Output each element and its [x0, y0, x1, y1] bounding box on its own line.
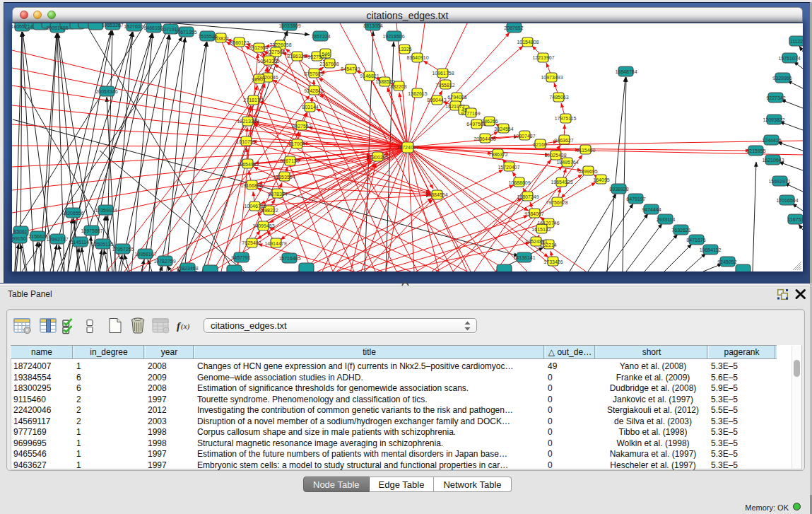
svg-text:9327508: 9327508 — [266, 49, 285, 54]
svg-text:252214: 252214 — [540, 243, 556, 247]
svg-text:14136141: 14136141 — [513, 255, 535, 260]
svg-text:(x): (x) — [181, 322, 190, 331]
svg-text:17016504: 17016504 — [776, 198, 798, 203]
svg-text:10653267: 10653267 — [101, 23, 123, 28]
svg-text:6899695: 6899695 — [578, 169, 597, 174]
svg-text:13975887: 13975887 — [81, 228, 102, 233]
svg-text:7625402: 7625402 — [242, 240, 261, 245]
svg-text:8186328: 8186328 — [287, 54, 306, 59]
svg-text:2156629: 2156629 — [28, 234, 47, 239]
svg-text:8454749: 8454749 — [341, 66, 360, 71]
svg-text:116753: 116753 — [788, 217, 803, 222]
svg-text:1010755: 1010755 — [236, 139, 255, 144]
svg-text:7857224: 7857224 — [311, 34, 330, 39]
svg-text:15353594: 15353594 — [273, 175, 295, 180]
svg-text:19654982: 19654982 — [237, 162, 259, 167]
svg-text:8878334: 8878334 — [268, 192, 287, 197]
svg-text:7632621: 7632621 — [671, 228, 690, 233]
svg-text:15716485: 15716485 — [278, 256, 300, 261]
svg-text:3498222: 3498222 — [259, 208, 278, 213]
svg-text:85061: 85061 — [13, 229, 28, 234]
svg-text:803144: 803144 — [302, 105, 318, 110]
svg-text:746266: 746266 — [481, 119, 498, 124]
svg-text:20053346: 20053346 — [95, 89, 117, 94]
svg-text:10961758: 10961758 — [432, 71, 454, 76]
svg-text:99150: 99150 — [12, 236, 26, 241]
svg-text:2087652: 2087652 — [504, 25, 523, 30]
svg-text:83640910: 83640910 — [406, 55, 428, 60]
svg-text:20091406: 20091406 — [46, 25, 68, 30]
svg-text:9384067: 9384067 — [524, 211, 543, 216]
svg-text:62160: 62160 — [533, 142, 547, 147]
svg-text:12942737: 12942737 — [46, 237, 68, 242]
svg-text:18807249: 18807249 — [517, 194, 539, 199]
svg-text:8990443: 8990443 — [427, 98, 446, 103]
svg-text:98901: 98901 — [252, 77, 266, 82]
svg-text:8660123: 8660123 — [230, 40, 249, 45]
svg-text:19654923: 19654923 — [551, 180, 572, 185]
svg-text:9463627: 9463627 — [554, 138, 573, 143]
svg-text:1362615: 1362615 — [408, 91, 427, 96]
svg-text:10807487: 10807487 — [513, 134, 535, 139]
svg-text:8938928: 8938928 — [609, 187, 628, 192]
svg-text:1588520: 1588520 — [375, 79, 394, 84]
svg-text:546: 546 — [322, 52, 330, 57]
svg-text:18495764: 18495764 — [556, 160, 578, 165]
svg-text:16120746: 16120746 — [537, 221, 559, 226]
svg-text:9329966: 9329966 — [772, 76, 792, 81]
svg-text:10973493: 10973493 — [541, 75, 563, 80]
svg-text:9146821: 9146821 — [360, 74, 379, 78]
svg-text:12823468: 12823468 — [176, 266, 198, 271]
svg-text:6794028: 6794028 — [447, 95, 466, 100]
svg-text:13325: 13325 — [398, 47, 412, 52]
svg-text:10958107: 10958107 — [134, 252, 156, 257]
svg-text:9115460: 9115460 — [577, 148, 596, 153]
svg-text:9242848: 9242848 — [304, 88, 323, 93]
svg-text:12505135: 12505135 — [91, 242, 113, 247]
svg-text:763822: 763822 — [212, 36, 228, 41]
svg-text:17975115: 17975115 — [555, 116, 577, 121]
svg-text:1615132: 1615132 — [531, 227, 551, 232]
svg-text:18724007: 18724007 — [396, 145, 418, 150]
svg-text:19166825: 19166825 — [240, 183, 262, 188]
svg-text:10025438: 10025438 — [544, 153, 566, 158]
svg-text:11122: 11122 — [790, 39, 803, 44]
svg-text:20206556: 20206556 — [61, 211, 83, 216]
svg-text:17359924: 17359924 — [95, 208, 117, 213]
svg-text:19384554: 19384554 — [425, 192, 447, 197]
svg-text:2718170: 2718170 — [243, 98, 262, 103]
svg-text:12093822: 12093822 — [763, 117, 784, 122]
svg-text:9777169: 9777169 — [461, 111, 480, 116]
svg-text:3215955: 3215955 — [746, 148, 765, 153]
svg-text:14099483: 14099483 — [252, 223, 274, 228]
svg-text:6479197: 6479197 — [626, 197, 645, 201]
svg-text:8813054: 8813054 — [363, 23, 382, 28]
svg-text:7986372: 7986372 — [488, 152, 507, 157]
svg-text:2367608: 2367608 — [319, 62, 339, 66]
svg-text:8471676: 8471676 — [686, 238, 705, 243]
svg-text:16033809: 16033809 — [278, 23, 300, 28]
svg-text:10688609: 10688609 — [508, 180, 530, 185]
svg-text:18300295: 18300295 — [366, 155, 388, 160]
svg-text:817004: 817004 — [288, 141, 305, 146]
svg-text:20364436: 20364436 — [473, 136, 495, 141]
svg-text:15720407: 15720407 — [498, 165, 519, 170]
svg-text:9457791: 9457791 — [231, 255, 250, 260]
svg-text:10543362: 10543362 — [257, 59, 279, 64]
svg-text:12213967: 12213967 — [532, 55, 554, 60]
svg-text:832203: 832203 — [390, 84, 406, 89]
svg-text:9227342: 9227342 — [766, 95, 785, 100]
svg-text:1244415: 1244415 — [762, 138, 781, 143]
svg-text:10654112: 10654112 — [700, 247, 722, 252]
svg-text:8427552: 8427552 — [292, 124, 311, 129]
svg-text:23226058: 23226058 — [269, 42, 291, 47]
svg-text:7485063: 7485063 — [549, 95, 568, 100]
svg-text:9474444: 9474444 — [642, 207, 661, 212]
svg-text:7955812: 7955812 — [435, 83, 454, 88]
svg-text:19218506: 19218506 — [382, 34, 404, 39]
svg-text:8267130: 8267130 — [280, 158, 299, 163]
svg-text:10671355: 10671355 — [175, 30, 196, 35]
svg-text:15751074: 15751074 — [778, 56, 800, 61]
svg-text:164095: 164095 — [593, 177, 609, 182]
svg-text:15692971: 15692971 — [768, 179, 790, 184]
